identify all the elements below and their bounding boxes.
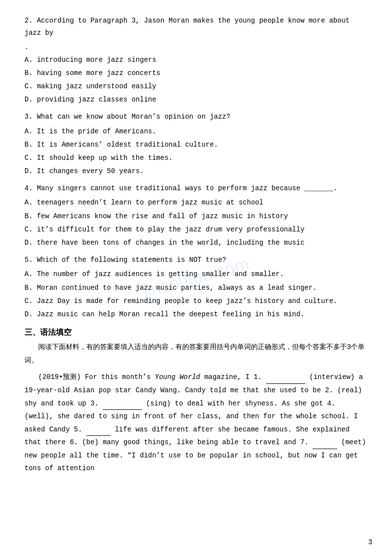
q3-option-c-label: C. [24,154,33,162]
question-2-text: 2. According to Paragraph 3, Jason Moran… [24,15,368,39]
q3-option-a-text: It is the pride of Americans. [37,127,156,135]
q4-option-b-label: B. [24,212,33,220]
question-2-number: 2. [24,17,33,25]
question-5-number: 5. [24,256,33,264]
option-c-text: making jazz understood easily [37,82,156,90]
option-b-label: B. [24,69,33,77]
question-3-option-c: C. It should keep up with the times. [24,152,368,164]
question-3-text: 3. What can we know about Moran’s opinio… [24,111,368,123]
question-2-option-c: C. making jazz understood easily [24,80,368,93]
q5-option-c-text: Jazz Day is made for reminding people to… [37,297,337,305]
question-5: 5. Which of the following statements is … [24,254,368,321]
question-2-option-d: D. providing jazz classes online [24,94,368,106]
section-intro: 阅读下面材料，有的答案要填入适当的内容，有的答案要用括号内单词的正确形式，但每个… [24,341,368,367]
passage-year: (2019•预测) [38,373,81,381]
question-4-body: Many singers cannot use traditional ways… [37,184,337,192]
question-5-option-d: D. Jazz music can help Moran recall the … [24,308,368,321]
question-4-option-d: D. there have been tons of changes in th… [24,237,368,249]
q5-option-a-label: A. [24,270,33,278]
q4-option-a-text: teenagers needn’t learn to perform jazz … [37,199,263,206]
blank-1 [266,376,305,384]
option-c-label: C. [24,82,33,90]
q4-option-a-label: A. [24,199,33,206]
q5-option-d-label: D. [24,310,33,318]
question-2-option-b: B. having some more jazz concerts [24,67,368,79]
question-3-number: 3. [24,113,33,121]
question-3-option-b: B. It is Americans’ oldest traditional c… [24,139,368,151]
question-2-body: According to Paragraph 3, Jason Moran ma… [24,17,350,37]
q3-option-d-label: D. [24,167,33,175]
option-a-label: A. [24,56,33,64]
question-3-body: What can we know about Moran’s opinion o… [37,113,230,121]
blank-3 [103,402,142,410]
q5-option-b-text: Moran continued to have jazz music parti… [37,284,317,292]
q3-option-c-text: It should keep up with the times. [37,154,172,162]
q3-option-d-text: It changes every 50 years. [37,167,144,175]
page-number: 3 [368,538,372,546]
q3-option-b-label: B. [24,141,33,149]
question-5-body: Which of the following statements is NOT… [37,256,226,264]
question-5-text: 5. Which of the following statements is … [24,254,368,266]
passage-magazine: Young World [155,373,200,381]
question-5-option-b: B. Moran continued to have jazz music pa… [24,282,368,294]
question-4-option-b: B. few Americans know the rise and fall … [24,210,368,223]
q4-option-c-text: it’s difficult for them to play the jazz… [37,226,304,233]
question-3-option-d: D. It changes every 50 years. [24,165,368,177]
q5-option-c-label: C. [24,297,33,305]
passage-paragraph: (2019•预测) For this month’s Young World m… [24,371,368,475]
option-b-text: having some more jazz concerts [37,69,160,77]
question-4: 4. Many singers cannot use traditional w… [24,182,368,249]
question-2-option-a: A. introducing more jazz singers [24,54,368,66]
question-4-number: 4. [24,184,33,192]
question-4-option-a: A. teenagers needn’t learn to perform ja… [24,197,368,209]
option-d-text: providing jazz classes online [37,96,156,103]
question-4-text: 4. Many singers cannot use traditional w… [24,182,368,195]
q4-option-c-label: C. [24,226,33,233]
q4-option-d-label: D. [24,239,33,247]
option-d-label: D. [24,96,33,103]
q5-option-a-text: The number of jazz audiences is getting … [37,270,284,278]
question-5-option-a: A. The number of jazz audiences is getti… [24,268,368,280]
question-2: 2. According to Paragraph 3, Jason Moran… [24,15,368,106]
q5-option-d-text: Jazz music can help Moran recall the dee… [37,310,304,318]
q3-option-b-text: It is Americans’ oldest traditional cult… [37,141,218,149]
section-header: 三、语法填空 [24,328,368,338]
question-5-option-c: C. Jazz Day is made for reminding people… [24,295,368,307]
q5-option-b-label: B. [24,284,33,292]
passage-blank2-label: 2. [325,386,333,394]
question-3-option-a: A. It is the pride of Americans. [24,126,368,138]
question-2-continuation: . [24,41,368,53]
blank-5 [86,428,111,436]
q4-option-b-text: few Americans know the rise and fall of … [37,212,288,220]
q3-option-a-label: A. [24,127,33,135]
q4-option-d-text: there have been tons of changes in the w… [37,239,304,247]
blank-7 [313,441,337,449]
passage-text2: magazine, I 1. [204,373,262,381]
question-3: 3. What can we know about Moran’s opinio… [24,111,368,177]
passage-text1: For this month’s [85,373,155,381]
option-a-text: introducing more jazz singers [37,56,156,64]
question-4-option-c: C. it’s difficult for them to play the j… [24,224,368,236]
